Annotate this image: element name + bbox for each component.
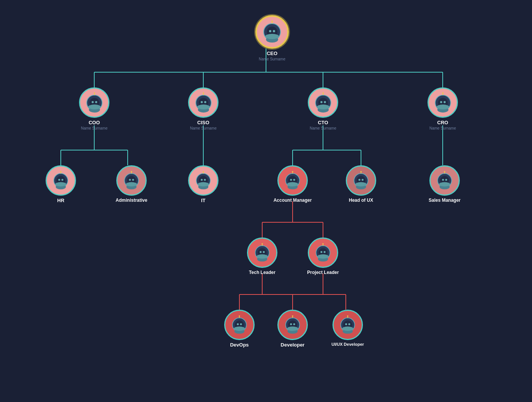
svg-point-73 [62, 179, 63, 181]
svg-point-31 [271, 21, 273, 22]
cto-title: CTO [318, 120, 328, 126]
svg-point-104 [358, 179, 360, 181]
svg-point-136 [237, 323, 239, 325]
svg-point-79 [131, 171, 132, 172]
svg-point-87 [203, 171, 204, 172]
cro-name: Name Surname [429, 126, 456, 130]
svg-point-64 [440, 101, 442, 103]
sales-manager-node[interactable]: Sales Manager [420, 165, 469, 203]
svg-point-32 [269, 30, 271, 32]
svg-point-153 [348, 323, 350, 325]
tech-leader-avatar [247, 237, 277, 268]
svg-point-53 [317, 104, 329, 109]
it-astronaut-icon [194, 171, 213, 190]
svg-point-141 [287, 326, 298, 331]
head-ux-title: Head of UX [349, 198, 373, 203]
it-node[interactable]: IT [180, 165, 226, 204]
svg-point-149 [342, 326, 353, 331]
ciso-title: CISO [197, 120, 209, 126]
svg-point-97 [293, 179, 295, 181]
tech-leader-node[interactable]: Tech Leader [239, 237, 285, 275]
svg-point-56 [320, 101, 323, 103]
cto-avatar [308, 87, 338, 118]
svg-point-128 [320, 251, 322, 253]
head-ux-node[interactable]: Head of UX [338, 165, 384, 203]
svg-point-57 [324, 101, 326, 103]
svg-point-143 [292, 315, 293, 317]
svg-point-71 [60, 171, 61, 172]
cro-astronaut-icon [432, 92, 453, 113]
svg-point-93 [287, 182, 298, 187]
svg-point-47 [203, 92, 204, 94]
cro-title: CRO [437, 120, 448, 126]
cto-name: Name Surname [310, 126, 336, 130]
svg-point-125 [317, 254, 329, 259]
ciso-astronaut-icon [193, 92, 214, 113]
svg-point-121 [263, 251, 265, 253]
svg-point-49 [204, 101, 206, 103]
ceo-astronaut-icon [261, 21, 283, 43]
cto-node[interactable]: CTO Name Surname [300, 87, 346, 130]
svg-point-111 [444, 171, 445, 172]
coo-node[interactable]: COO Name Surname [71, 87, 117, 130]
svg-point-127 [322, 243, 323, 244]
svg-point-117 [256, 254, 268, 259]
account-manager-node[interactable]: Account Manager [270, 165, 315, 203]
svg-point-151 [347, 315, 348, 317]
svg-point-103 [360, 171, 361, 172]
svg-point-95 [292, 171, 293, 172]
project-leader-avatar [308, 237, 338, 268]
tech-leader-title: Tech Leader [249, 270, 276, 275]
ceo-node[interactable]: CEO Name Surname [249, 15, 295, 61]
ui-ux-developer-node[interactable]: UI/UX Developer [323, 310, 372, 347]
devops-astronaut-icon [230, 315, 249, 334]
tech-leader-astronaut-icon [253, 243, 272, 262]
sales-manager-avatar [429, 165, 460, 196]
sales-manager-astronaut-icon [435, 171, 454, 190]
project-leader-node[interactable]: Project Leader [300, 237, 346, 275]
svg-point-88 [201, 179, 203, 181]
ui-ux-developer-astronaut-icon [338, 315, 357, 334]
svg-point-144 [290, 323, 292, 325]
developer-node[interactable]: Developer [270, 310, 315, 348]
svg-point-109 [439, 182, 450, 187]
svg-point-105 [362, 179, 364, 181]
svg-point-63 [442, 92, 443, 94]
admin-astronaut-icon [122, 171, 141, 190]
cro-node[interactable]: CRO Name Surname [420, 87, 466, 130]
svg-point-37 [88, 104, 101, 109]
svg-point-133 [234, 326, 245, 331]
ui-ux-developer-title: UI/UX Developer [331, 342, 364, 347]
svg-point-135 [239, 315, 240, 317]
svg-point-101 [355, 182, 367, 187]
ui-ux-developer-avatar [332, 310, 363, 340]
svg-point-96 [290, 179, 292, 181]
svg-point-39 [93, 92, 95, 94]
svg-point-120 [260, 251, 261, 253]
coo-avatar [79, 87, 109, 118]
coo-name: Name Surname [81, 126, 108, 130]
svg-point-40 [92, 101, 94, 103]
sales-manager-title: Sales Manager [429, 198, 461, 203]
svg-point-113 [445, 179, 447, 181]
developer-astronaut-icon [283, 315, 302, 334]
devops-avatar [224, 310, 255, 340]
ceo-avatar [255, 15, 289, 49]
svg-point-61 [437, 104, 449, 109]
svg-point-112 [442, 179, 444, 181]
svg-point-89 [204, 179, 206, 181]
svg-point-77 [126, 182, 137, 187]
hr-node[interactable]: HR [38, 165, 84, 204]
svg-point-85 [198, 182, 209, 187]
svg-point-48 [201, 101, 203, 103]
svg-point-55 [322, 92, 324, 94]
svg-point-152 [345, 323, 347, 325]
svg-point-45 [197, 104, 210, 109]
ciso-name: Name Surname [190, 126, 217, 130]
admin-node[interactable]: Administrative [105, 165, 158, 203]
account-manager-avatar [277, 165, 308, 196]
svg-point-72 [58, 179, 60, 181]
ciso-node[interactable]: CISO Name Surname [180, 87, 226, 130]
devops-node[interactable]: DevOps [217, 310, 262, 348]
ciso-avatar [188, 87, 218, 118]
